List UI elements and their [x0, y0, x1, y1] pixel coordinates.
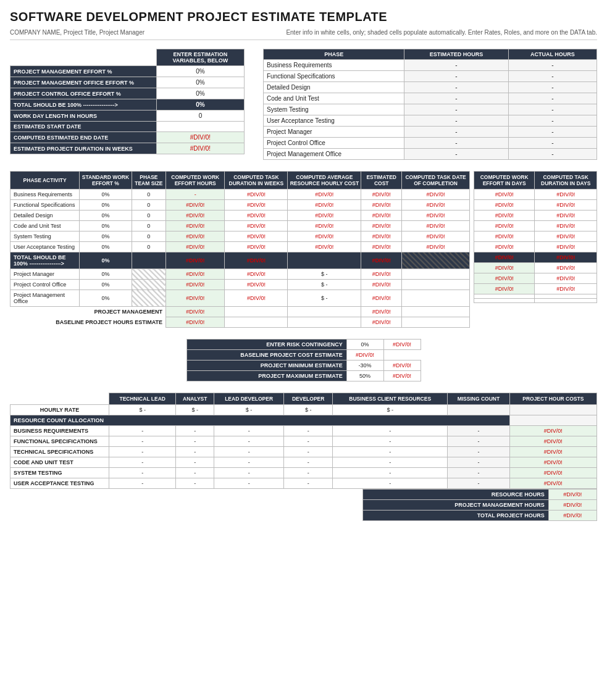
mid-teamsize-4[interactable]: 0 [132, 231, 165, 242]
right-mini-table: COMPUTED WORK EFFORT IN DAYSCOMPUTED TAS… [474, 171, 597, 328]
mid-estcost-1: #DIV/0! [361, 200, 402, 210]
mini-header-1: COMPUTED TASK DURATION IN DAYS [535, 172, 597, 190]
res-row-val-0-1[interactable]: - [176, 426, 214, 436]
mid-effort-5[interactable]: 0% [80, 242, 132, 252]
res-row-val-2-0[interactable]: - [109, 447, 176, 457]
mid-effort-3[interactable]: 0% [80, 221, 132, 231]
phase-name-1: Functional Specifications [264, 71, 404, 82]
mid-workhours-5: #DIV/0! [166, 242, 225, 252]
mid-total-label: TOTAL SHOULD BE 100% -----------------> [10, 252, 80, 269]
mid-total-effort: 0% [80, 252, 132, 269]
res-row-missing-2: - [448, 447, 509, 457]
left-row-value-7: #DIV/0! [156, 143, 244, 154]
left-row-value-1[interactable]: 0% [156, 77, 244, 88]
resources-section: TECHNICAL LEADANALYSTLEAD DEVELOPERDEVEL… [10, 393, 597, 521]
res-row-val-3-4[interactable]: - [333, 457, 448, 468]
mid-effort-2[interactable]: 0% [80, 210, 132, 221]
res-row-val-5-0[interactable]: - [109, 478, 176, 489]
mid-teamsize-0[interactable]: 0 [132, 190, 165, 200]
res-row-val-1-4[interactable]: - [333, 436, 448, 447]
left-row-value-3: 0% [156, 99, 244, 110]
mid-workhours-2: #DIV/0! [166, 210, 225, 221]
mid-total-avg [288, 252, 361, 269]
left-row-value-4[interactable]: 0 [156, 110, 244, 122]
res-row-label-5: USER ACCEPTANCE TESTING [10, 478, 109, 489]
res-row-val-5-3[interactable]: - [284, 478, 333, 489]
mini-total-taskdays: #DIV/0! [535, 252, 597, 263]
risk-label-0[interactable]: ENTER RISK CONTINGENCY [186, 340, 346, 350]
left-row-value-5[interactable] [156, 122, 244, 132]
mid-avgcost-1: #DIV/0! [288, 200, 361, 210]
res-row-val-5-4[interactable]: - [333, 478, 448, 489]
mid-effort-1[interactable]: 0% [80, 200, 132, 210]
mid-workhours-3: #DIV/0! [166, 221, 225, 231]
mid-avgcost-4: #DIV/0! [288, 231, 361, 242]
left-row-value-0[interactable]: 0% [156, 66, 244, 77]
res-hourly-value-0[interactable]: $ - [109, 405, 176, 415]
mini-taskdays-0: #DIV/0! [535, 190, 597, 200]
mid-teamsize-3[interactable]: 0 [132, 221, 165, 231]
res-hourly-value-1[interactable]: $ - [176, 405, 214, 415]
res-row-val-4-0[interactable]: - [109, 468, 176, 478]
phase-estimated-6: - [404, 127, 508, 138]
res-row-missing-0: - [448, 426, 509, 436]
left-row-value-2[interactable]: 0% [156, 88, 244, 99]
res-header-3: DEVELOPER [284, 393, 333, 405]
mid-summary-blank2-0 [288, 307, 361, 317]
mid-summary-hours-0: #DIV/0! [166, 307, 225, 317]
mid-mgmt-workhours-1: #DIV/0! [166, 280, 225, 290]
mid-header-0: PHASE ACTIVITY [10, 172, 80, 190]
mid-mgmt-duration-0: #DIV/0! [225, 269, 288, 280]
mid-header-3: COMPUTED WORK EFFORT HOURS [166, 172, 225, 190]
risk-value1-0[interactable]: 0% [346, 340, 383, 350]
mini-total-days: #DIV/0! [474, 252, 535, 263]
mid-estcost-5: #DIV/0! [361, 242, 402, 252]
res-row-val-1-0[interactable]: - [109, 436, 176, 447]
res-row-missing-3: - [448, 457, 509, 468]
mid-activity-4: System Testing [10, 231, 80, 242]
mid-mgmt-estcost-2: #DIV/0! [361, 290, 402, 307]
res-hourly-value-3[interactable]: $ - [284, 405, 333, 415]
mid-effort-0[interactable]: 0% [80, 190, 132, 200]
res-hourly-value-4[interactable]: $ - [333, 405, 448, 415]
res-row-val-2-2[interactable]: - [214, 447, 284, 457]
res-row-val-2-4[interactable]: - [333, 447, 448, 457]
res-row-val-0-3[interactable]: - [284, 426, 333, 436]
mid-teamsize-2[interactable]: 0 [132, 210, 165, 221]
res-row-val-4-3[interactable]: - [284, 468, 333, 478]
mid-teamsize-5[interactable]: 0 [132, 242, 165, 252]
mid-duration-5: #DIV/0! [225, 242, 288, 252]
res-row-val-4-1[interactable]: - [176, 468, 214, 478]
res-row-val-0-2[interactable]: - [214, 426, 284, 436]
res-row-val-4-2[interactable]: - [214, 468, 284, 478]
res-row-val-2-1[interactable]: - [176, 447, 214, 457]
res-row-val-5-1[interactable]: - [176, 478, 214, 489]
mid-teamsize-1[interactable]: 0 [132, 200, 165, 210]
phase-estimated-3: - [404, 93, 508, 104]
phase-actual-2: - [508, 82, 597, 93]
res-row-val-3-3[interactable]: - [284, 457, 333, 468]
res-row-val-0-0[interactable]: - [109, 426, 176, 436]
res-row-val-4-4[interactable]: - [333, 468, 448, 478]
res-row-val-1-3[interactable]: - [284, 436, 333, 447]
phase-estimated-5: - [404, 115, 508, 127]
res-hourly-value-2[interactable]: $ - [214, 405, 284, 415]
phase-actual-8: - [508, 149, 597, 160]
res-row-val-5-2[interactable]: - [214, 478, 284, 489]
res-row-val-3-1[interactable]: - [176, 457, 214, 468]
risk-value2-3: #DIV/0! [383, 371, 421, 381]
mini-days-1: #DIV/0! [474, 200, 535, 210]
mid-effort-4[interactable]: 0% [80, 231, 132, 242]
res-row-val-1-2[interactable]: - [214, 436, 284, 447]
res-row-val-3-0[interactable]: - [109, 457, 176, 468]
phase-estimated-0: - [404, 60, 508, 71]
res-row-val-1-1[interactable]: - [176, 436, 214, 447]
res-row-val-2-3[interactable]: - [284, 447, 333, 457]
res-row-cost-2: #DIV/0! [509, 447, 597, 457]
risk-label-2: PROJECT MINIMUM ESTIMATE [186, 360, 346, 371]
res-row-val-0-4[interactable]: - [333, 426, 448, 436]
res-row-cost-4: #DIV/0! [509, 468, 597, 478]
mid-taskdate-3: #DIV/0! [402, 221, 470, 231]
res-row-val-3-2[interactable]: - [214, 457, 284, 468]
left-panel: ENTER ESTIMATION VARIABLES, BELOW PROJEC… [10, 49, 245, 160]
